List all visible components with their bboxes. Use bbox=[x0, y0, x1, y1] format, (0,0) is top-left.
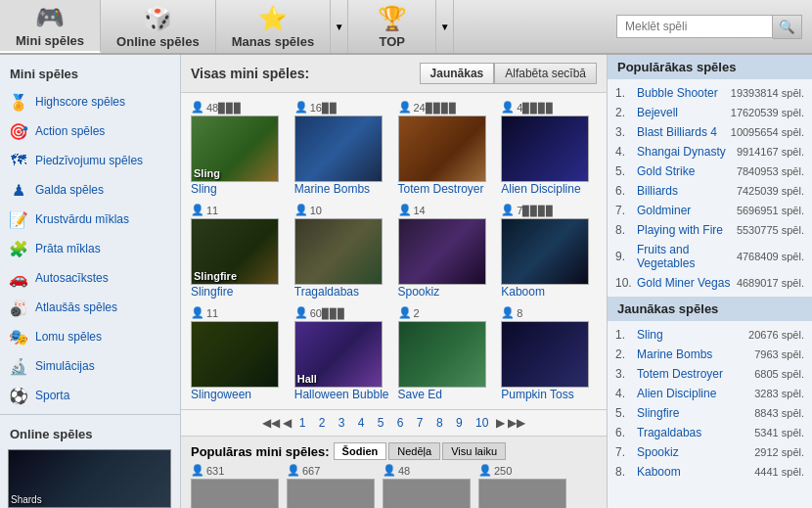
nav-tab-online[interactable]: 🎲Online spēles bbox=[101, 0, 216, 53]
game-name-link-8[interactable]: Slingoween bbox=[191, 388, 251, 401]
online-game-thumb[interactable]: Shards bbox=[8, 449, 171, 508]
nav-arrow[interactable]: ▼ bbox=[436, 0, 454, 53]
pop-stat-0: 👤 631 bbox=[191, 464, 224, 477]
popular-game-link-0[interactable]: Bubble Shooter bbox=[637, 86, 731, 100]
main-tab-0[interactable]: Jaunākas bbox=[420, 63, 495, 84]
sidebar-item-5[interactable]: 🧩Prāta mīklas bbox=[0, 234, 180, 263]
game-name-link-7[interactable]: Kaboom bbox=[501, 285, 545, 299]
pop-thumb-3[interactable] bbox=[478, 479, 566, 508]
game-stat-4: 👤 11 bbox=[191, 204, 218, 216]
page-4[interactable]: 4 bbox=[353, 415, 370, 431]
new-game-link-0[interactable]: Sling bbox=[637, 328, 748, 342]
search-input[interactable] bbox=[616, 15, 773, 38]
game-thumb-7[interactable] bbox=[501, 218, 589, 285]
prev-page[interactable]: ◀ bbox=[283, 416, 292, 430]
page-1[interactable]: 1 bbox=[294, 415, 311, 431]
popular-game-link-9[interactable]: Gold Miner Vegas bbox=[637, 276, 737, 290]
pop-count-0: 631 bbox=[206, 465, 224, 477]
popular-game-link-8[interactable]: Fruits and Vegetables bbox=[637, 243, 737, 270]
popular-tab-1[interactable]: Nedēļa bbox=[388, 442, 440, 460]
popular-game-link-3[interactable]: Shangai Dynasty bbox=[637, 145, 737, 159]
game-name-link-10[interactable]: Save Ed bbox=[398, 388, 442, 401]
sidebar-item-2[interactable]: 🗺Piedzīvojumu spēles bbox=[0, 146, 180, 175]
sidebar-item-1[interactable]: 🎯Action spēles bbox=[0, 116, 180, 146]
sidebar-label-9: Simulācijas bbox=[35, 359, 95, 373]
nav-tab-mini[interactable]: 🎮Mini spēles bbox=[0, 0, 101, 53]
popular-tab-2[interactable]: Visu laiku bbox=[442, 442, 506, 460]
next-page[interactable]: ▶ bbox=[496, 416, 505, 430]
new-game-link-4[interactable]: Slingfire bbox=[637, 406, 754, 420]
nav-tab-manas[interactable]: ⭐Manas spēles bbox=[216, 0, 332, 53]
game-thumb-10[interactable] bbox=[398, 321, 486, 388]
new-rank-5: 6. bbox=[615, 426, 633, 439]
sidebar-item-10[interactable]: ⚽Sporta bbox=[0, 381, 180, 410]
right-sidebar: Populārākas spēles 1. Bubble Shooter 193… bbox=[607, 55, 812, 508]
game-thumb-0[interactable]: Sling bbox=[191, 115, 279, 182]
page-2[interactable]: 2 bbox=[314, 415, 331, 431]
page-9[interactable]: 9 bbox=[451, 415, 468, 431]
page-3[interactable]: 3 bbox=[334, 415, 350, 431]
game-name-link-5[interactable]: Tragaldabas bbox=[294, 285, 359, 299]
game-name-link-2[interactable]: Totem Destroyer bbox=[398, 182, 484, 196]
sidebar-item-6[interactable]: 🚗Autosacīkstes bbox=[0, 263, 180, 293]
new-game-link-5[interactable]: Tragaldabas bbox=[637, 426, 754, 439]
pop-thumb-2[interactable] bbox=[383, 479, 471, 508]
sidebar-item-7[interactable]: 🎳Atlaušās spēles bbox=[0, 293, 180, 322]
prev-prev-page[interactable]: ◀◀ bbox=[262, 416, 280, 430]
new-game-link-1[interactable]: Marine Bombs bbox=[637, 347, 754, 361]
search-button[interactable]: 🔍 bbox=[773, 15, 802, 39]
sidebar-item-9[interactable]: 🔬Simulācijas bbox=[0, 351, 180, 381]
game-name-link-0[interactable]: Sling bbox=[191, 182, 217, 196]
game-name-link-6[interactable]: Spookiz bbox=[398, 285, 440, 299]
game-thumb-2[interactable] bbox=[398, 115, 486, 182]
popular-game-link-6[interactable]: Goldminer bbox=[637, 204, 737, 217]
new-game-link-2[interactable]: Totem Destroyer bbox=[637, 367, 754, 381]
game-thumb-1[interactable] bbox=[294, 115, 383, 182]
game-thumb-11[interactable] bbox=[501, 321, 589, 388]
game-name-link-1[interactable]: Marine Bombs bbox=[294, 182, 370, 196]
game-thumb-4[interactable]: Slingfire bbox=[191, 218, 279, 285]
popular-tabs: ŠodienNedēļaVisu laiku bbox=[334, 442, 506, 460]
popular-game-link-1[interactable]: Bejevell bbox=[637, 106, 731, 119]
game-name-link-3[interactable]: Alien Discipline bbox=[501, 182, 580, 196]
nav-tab-top[interactable]: 🏆TOP bbox=[348, 0, 436, 53]
popular-game-link-7[interactable]: Playing with Fire bbox=[637, 223, 737, 237]
next-next-page[interactable]: ▶▶ bbox=[508, 416, 525, 430]
page-10[interactable]: 10 bbox=[471, 415, 493, 431]
main-tab-1[interactable]: Alfabēta secībā bbox=[494, 63, 597, 84]
game-thumb-9[interactable]: Hall bbox=[294, 321, 383, 388]
new-game-link-3[interactable]: Alien Discipline bbox=[637, 387, 754, 400]
manas-arrow[interactable]: ▼ bbox=[331, 0, 348, 53]
sidebar-item-8[interactable]: 🎭Lomu spēles bbox=[0, 322, 180, 351]
game-name-link-11[interactable]: Pumpkin Toss bbox=[501, 388, 573, 401]
thumb-label-9: Hall bbox=[297, 373, 380, 385]
popular-tab-0[interactable]: Šodien bbox=[334, 442, 387, 460]
page-8[interactable]: 8 bbox=[431, 415, 448, 431]
main-tabs: JaunākasAlfabēta secībā bbox=[420, 63, 597, 84]
game-stat-11: 👤 8 bbox=[501, 306, 522, 319]
page-6[interactable]: 6 bbox=[392, 415, 409, 431]
new-game-link-6[interactable]: Spookiz bbox=[637, 445, 754, 459]
popular-game-link-4[interactable]: Gold Strike bbox=[637, 164, 737, 178]
game-card: 👤 4 ▉▉▉▉ Alien Discipline bbox=[501, 101, 597, 196]
popular-game-link-5[interactable]: Billiards bbox=[637, 184, 737, 198]
pop-thumb-0[interactable] bbox=[191, 479, 279, 508]
pop-thumb-1[interactable] bbox=[287, 479, 375, 508]
sidebar-item-3[interactable]: ♟Galda spēles bbox=[0, 175, 180, 205]
sidebar-item-0[interactable]: 🏅Highscore spēles bbox=[0, 87, 180, 116]
game-card: 👤 7 ▉▉▉▉ Kaboom bbox=[501, 204, 597, 299]
game-thumb-5[interactable] bbox=[294, 218, 383, 285]
sidebar-item-4[interactable]: 📝Krustvārdu mīklas bbox=[0, 205, 180, 234]
game-stat-8: 👤 11 bbox=[191, 306, 218, 319]
game-name-link-4[interactable]: Slingfire bbox=[191, 285, 233, 299]
popular-play-count-4: 7840953 spēl. bbox=[737, 165, 804, 177]
game-thumb-8[interactable] bbox=[191, 321, 279, 388]
game-name-link-9[interactable]: Halloween Bubble bbox=[294, 388, 389, 401]
page-5[interactable]: 5 bbox=[373, 415, 389, 431]
section-title: Visas mini spēles: bbox=[191, 66, 420, 81]
new-game-link-7[interactable]: Kaboom bbox=[637, 465, 754, 479]
game-thumb-3[interactable] bbox=[501, 115, 589, 182]
game-thumb-6[interactable] bbox=[398, 218, 486, 285]
popular-game-link-2[interactable]: Blast Billiards 4 bbox=[637, 125, 731, 139]
page-7[interactable]: 7 bbox=[412, 415, 429, 431]
